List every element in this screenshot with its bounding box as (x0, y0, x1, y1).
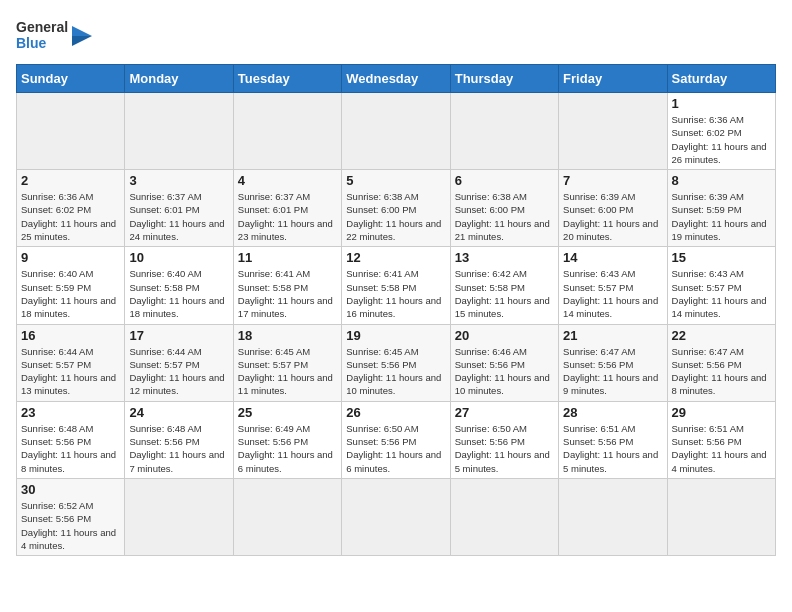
day-cell: 18Sunrise: 6:45 AM Sunset: 5:57 PM Dayli… (233, 324, 341, 401)
day-cell (17, 93, 125, 170)
week-row-6: 30Sunrise: 6:52 AM Sunset: 5:56 PM Dayli… (17, 478, 776, 555)
day-number: 3 (129, 173, 228, 188)
day-cell (450, 478, 558, 555)
day-cell (667, 478, 775, 555)
day-number: 28 (563, 405, 662, 420)
day-info: Sunrise: 6:37 AM Sunset: 6:01 PM Dayligh… (129, 190, 228, 243)
day-info: Sunrise: 6:47 AM Sunset: 5:56 PM Dayligh… (563, 345, 662, 398)
day-cell: 4Sunrise: 6:37 AM Sunset: 6:01 PM Daylig… (233, 170, 341, 247)
day-cell: 2Sunrise: 6:36 AM Sunset: 6:02 PM Daylig… (17, 170, 125, 247)
weekday-header-wednesday: Wednesday (342, 65, 450, 93)
week-row-2: 2Sunrise: 6:36 AM Sunset: 6:02 PM Daylig… (17, 170, 776, 247)
day-number: 20 (455, 328, 554, 343)
week-row-4: 16Sunrise: 6:44 AM Sunset: 5:57 PM Dayli… (17, 324, 776, 401)
week-row-3: 9Sunrise: 6:40 AM Sunset: 5:59 PM Daylig… (17, 247, 776, 324)
day-info: Sunrise: 6:40 AM Sunset: 5:59 PM Dayligh… (21, 267, 120, 320)
weekday-header-thursday: Thursday (450, 65, 558, 93)
day-cell: 24Sunrise: 6:48 AM Sunset: 5:56 PM Dayli… (125, 401, 233, 478)
weekday-header-monday: Monday (125, 65, 233, 93)
day-number: 17 (129, 328, 228, 343)
day-number: 13 (455, 250, 554, 265)
day-cell: 23Sunrise: 6:48 AM Sunset: 5:56 PM Dayli… (17, 401, 125, 478)
day-cell: 28Sunrise: 6:51 AM Sunset: 5:56 PM Dayli… (559, 401, 667, 478)
day-number: 9 (21, 250, 120, 265)
day-info: Sunrise: 6:38 AM Sunset: 6:00 PM Dayligh… (346, 190, 445, 243)
day-cell (559, 478, 667, 555)
day-number: 14 (563, 250, 662, 265)
day-number: 23 (21, 405, 120, 420)
day-info: Sunrise: 6:36 AM Sunset: 6:02 PM Dayligh… (21, 190, 120, 243)
day-cell (233, 93, 341, 170)
day-cell: 22Sunrise: 6:47 AM Sunset: 5:56 PM Dayli… (667, 324, 775, 401)
day-number: 7 (563, 173, 662, 188)
svg-marker-3 (72, 36, 92, 46)
day-info: Sunrise: 6:38 AM Sunset: 6:00 PM Dayligh… (455, 190, 554, 243)
day-number: 22 (672, 328, 771, 343)
day-number: 30 (21, 482, 120, 497)
logo: GeneralBlue (16, 16, 96, 56)
day-number: 10 (129, 250, 228, 265)
day-info: Sunrise: 6:45 AM Sunset: 5:56 PM Dayligh… (346, 345, 445, 398)
day-cell: 7Sunrise: 6:39 AM Sunset: 6:00 PM Daylig… (559, 170, 667, 247)
day-cell: 10Sunrise: 6:40 AM Sunset: 5:58 PM Dayli… (125, 247, 233, 324)
day-cell: 16Sunrise: 6:44 AM Sunset: 5:57 PM Dayli… (17, 324, 125, 401)
day-info: Sunrise: 6:36 AM Sunset: 6:02 PM Dayligh… (672, 113, 771, 166)
day-cell: 27Sunrise: 6:50 AM Sunset: 5:56 PM Dayli… (450, 401, 558, 478)
day-number: 6 (455, 173, 554, 188)
header: GeneralBlue (16, 16, 776, 56)
day-cell: 8Sunrise: 6:39 AM Sunset: 5:59 PM Daylig… (667, 170, 775, 247)
day-info: Sunrise: 6:51 AM Sunset: 5:56 PM Dayligh… (672, 422, 771, 475)
day-cell (559, 93, 667, 170)
day-info: Sunrise: 6:48 AM Sunset: 5:56 PM Dayligh… (21, 422, 120, 475)
day-cell: 17Sunrise: 6:44 AM Sunset: 5:57 PM Dayli… (125, 324, 233, 401)
day-info: Sunrise: 6:49 AM Sunset: 5:56 PM Dayligh… (238, 422, 337, 475)
weekday-header-sunday: Sunday (17, 65, 125, 93)
svg-text:General: General (16, 19, 68, 35)
day-info: Sunrise: 6:51 AM Sunset: 5:56 PM Dayligh… (563, 422, 662, 475)
calendar-container: GeneralBlue SundayMondayTuesdayWednesday… (0, 0, 792, 612)
day-number: 8 (672, 173, 771, 188)
day-info: Sunrise: 6:43 AM Sunset: 5:57 PM Dayligh… (563, 267, 662, 320)
week-row-5: 23Sunrise: 6:48 AM Sunset: 5:56 PM Dayli… (17, 401, 776, 478)
day-info: Sunrise: 6:41 AM Sunset: 5:58 PM Dayligh… (346, 267, 445, 320)
day-number: 15 (672, 250, 771, 265)
day-info: Sunrise: 6:40 AM Sunset: 5:58 PM Dayligh… (129, 267, 228, 320)
weekday-header-saturday: Saturday (667, 65, 775, 93)
day-info: Sunrise: 6:47 AM Sunset: 5:56 PM Dayligh… (672, 345, 771, 398)
day-cell: 13Sunrise: 6:42 AM Sunset: 5:58 PM Dayli… (450, 247, 558, 324)
day-number: 29 (672, 405, 771, 420)
day-cell (450, 93, 558, 170)
logo-icon: GeneralBlue (16, 16, 96, 56)
day-cell: 25Sunrise: 6:49 AM Sunset: 5:56 PM Dayli… (233, 401, 341, 478)
day-info: Sunrise: 6:39 AM Sunset: 6:00 PM Dayligh… (563, 190, 662, 243)
day-number: 11 (238, 250, 337, 265)
day-number: 18 (238, 328, 337, 343)
day-cell: 3Sunrise: 6:37 AM Sunset: 6:01 PM Daylig… (125, 170, 233, 247)
day-number: 19 (346, 328, 445, 343)
day-info: Sunrise: 6:41 AM Sunset: 5:58 PM Dayligh… (238, 267, 337, 320)
day-info: Sunrise: 6:45 AM Sunset: 5:57 PM Dayligh… (238, 345, 337, 398)
day-info: Sunrise: 6:46 AM Sunset: 5:56 PM Dayligh… (455, 345, 554, 398)
day-cell: 15Sunrise: 6:43 AM Sunset: 5:57 PM Dayli… (667, 247, 775, 324)
day-info: Sunrise: 6:42 AM Sunset: 5:58 PM Dayligh… (455, 267, 554, 320)
day-info: Sunrise: 6:44 AM Sunset: 5:57 PM Dayligh… (21, 345, 120, 398)
day-info: Sunrise: 6:37 AM Sunset: 6:01 PM Dayligh… (238, 190, 337, 243)
day-info: Sunrise: 6:50 AM Sunset: 5:56 PM Dayligh… (455, 422, 554, 475)
day-info: Sunrise: 6:43 AM Sunset: 5:57 PM Dayligh… (672, 267, 771, 320)
day-number: 12 (346, 250, 445, 265)
day-cell (233, 478, 341, 555)
day-number: 16 (21, 328, 120, 343)
day-info: Sunrise: 6:50 AM Sunset: 5:56 PM Dayligh… (346, 422, 445, 475)
day-info: Sunrise: 6:52 AM Sunset: 5:56 PM Dayligh… (21, 499, 120, 552)
day-number: 21 (563, 328, 662, 343)
day-cell (125, 478, 233, 555)
day-info: Sunrise: 6:44 AM Sunset: 5:57 PM Dayligh… (129, 345, 228, 398)
day-info: Sunrise: 6:39 AM Sunset: 5:59 PM Dayligh… (672, 190, 771, 243)
weekday-header-tuesday: Tuesday (233, 65, 341, 93)
svg-marker-2 (72, 26, 92, 36)
calendar-grid: SundayMondayTuesdayWednesdayThursdayFrid… (16, 64, 776, 556)
day-number: 2 (21, 173, 120, 188)
day-number: 1 (672, 96, 771, 111)
day-cell: 26Sunrise: 6:50 AM Sunset: 5:56 PM Dayli… (342, 401, 450, 478)
weekday-header-row: SundayMondayTuesdayWednesdayThursdayFrid… (17, 65, 776, 93)
